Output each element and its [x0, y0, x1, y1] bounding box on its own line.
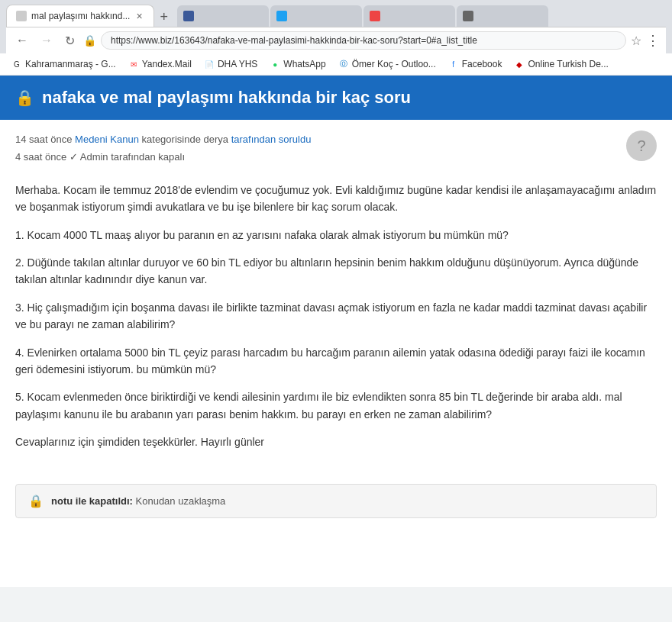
article-lock-icon: 🔒 — [15, 89, 34, 107]
article-question-1: 1. Kocam 4000 TL maaş alıyor bu paranın … — [15, 227, 657, 243]
bookmark-kahramanmaras-label: Kahramanmaraş - G... — [25, 59, 116, 69]
other-tab-1[interactable] — [177, 5, 269, 27]
article-closing: Cevaplarınız için şimdiden teşekkürler. … — [15, 433, 657, 450]
lock-icon: 🔒 — [83, 34, 96, 47]
bookmark-dha[interactable]: 📄 DHA YHS — [199, 56, 263, 72]
meta-closed-line: 4 saat önce ✓ Admin tarafından kapalı — [15, 148, 657, 166]
bookmark-kahramanmaras[interactable]: G Kahramanmaraş - G... — [6, 56, 121, 72]
tab-favicon — [16, 11, 27, 21]
article-question-5: 5. Kocam evlenmeden önce biriktirdiği ve… — [15, 388, 657, 423]
bookmark-online-label: Online Turkish De... — [528, 59, 608, 69]
meta-closed-time: 4 saat önce — [15, 151, 66, 163]
bookmark-dha-label: DHA YHS — [218, 59, 257, 69]
bookmark-yandex[interactable]: ✉ Yandex.Mail — [123, 56, 197, 72]
bookmark-whatsapp[interactable]: ● WhatsApp — [264, 56, 331, 72]
active-tab[interactable]: mal paylaşımı hakkınd... × — [6, 5, 154, 27]
bookmark-facebook-label: Facebook — [462, 59, 502, 69]
bookmark-facebook[interactable]: f Facebook — [443, 56, 508, 72]
other-tab-favicon-4 — [463, 11, 473, 21]
forward-button[interactable]: → — [37, 32, 57, 49]
article-question-3: 3. Hiç çalışmadığım için boşanma davası … — [15, 299, 657, 334]
tab-title: mal paylaşımı hakkınd... — [31, 11, 130, 21]
article-title: nafaka ve mal paylaşımı hakkında bir kaç… — [42, 88, 411, 108]
article-header: 🔒 nafaka ve mal paylaşımı hakkında bir k… — [0, 76, 672, 120]
other-tab-3[interactable] — [363, 5, 455, 27]
other-tabs — [177, 5, 548, 27]
meta-category-suffix: kategorisinde — [142, 134, 201, 145]
closed-note: 🔒 notu ile kapatıldı: Konudan uzaklaşma — [15, 484, 657, 518]
tab-bar-area: mal paylaşımı hakkınd... × + — [0, 0, 672, 53]
back-button[interactable]: ← — [12, 32, 32, 49]
bookmark-star-button[interactable]: ☆ — [631, 34, 641, 48]
bookmark-outlook[interactable]: Ⓞ Ömer Koç - Outloo... — [333, 56, 441, 72]
address-bar-row: ← → ↻ 🔒 ☆ ⋮ — [6, 27, 666, 53]
new-tab-button[interactable]: + — [154, 7, 175, 27]
article-meta: ? 14 saat önce Medeni Kanun kategorisind… — [0, 120, 672, 174]
bookmark-outlook-label: Ömer Koç - Outloo... — [352, 59, 436, 69]
meta-time-posted: 14 saat önce — [15, 134, 72, 145]
whatsapp-icon: ● — [270, 59, 280, 69]
tab-close-button[interactable]: × — [134, 10, 144, 22]
reload-button[interactable]: ↻ — [61, 32, 79, 50]
closed-note-bold-label: notu ile kapatıldı: — [51, 495, 133, 507]
closed-note-lock-icon: 🔒 — [28, 494, 44, 508]
closed-note-text: Konudan uzaklaşma — [136, 495, 226, 507]
bookmarks-bar: G Kahramanmaraş - G... ✉ Yandex.Mail 📄 D… — [0, 53, 672, 76]
article-body: Merhaba. Kocam ile temmuz 2018'de evlend… — [0, 174, 672, 477]
meta-posted-line: 14 saat önce Medeni Kanun kategorisinde … — [15, 131, 657, 148]
bookmark-facebook-icon: f — [448, 59, 459, 69]
bookmark-outlook-icon: Ⓞ — [338, 59, 349, 69]
meta-author: derya — [204, 134, 229, 145]
menu-button[interactable]: ⋮ — [646, 32, 660, 49]
other-tab-2[interactable] — [270, 5, 362, 27]
meta-category-link[interactable]: Medeni Kanun — [75, 134, 139, 145]
article-question-4: 4. Evlenirken ortalama 5000 bin TL çeyiz… — [15, 344, 657, 379]
closed-note-label: notu ile kapatıldı: Konudan uzaklaşma — [51, 495, 225, 507]
article-intro: Merhaba. Kocam ile temmuz 2018'de evlend… — [15, 182, 657, 216]
address-input[interactable] — [101, 31, 626, 50]
bookmark-whatsapp-label: WhatsApp — [283, 59, 325, 69]
page-content: 🔒 nafaka ve mal paylaşımı hakkında bir k… — [0, 76, 672, 587]
bookmark-online-icon: ◆ — [514, 59, 525, 69]
article-question-2: 2. Düğünde takılan altınlar duruyor ve 6… — [15, 254, 657, 288]
bookmark-google-icon: G — [11, 59, 22, 69]
bookmark-online-turkish[interactable]: ◆ Online Turkish De... — [509, 56, 613, 72]
other-tab-favicon-3 — [370, 11, 380, 21]
bookmark-yandex-label: Yandex.Mail — [142, 59, 192, 69]
bookmark-yandex-icon: ✉ — [128, 59, 139, 69]
meta-closed-label: Admin tarafından kapalı — [80, 151, 185, 163]
meta-author-action[interactable]: tarafından soruldu — [231, 134, 312, 145]
bookmark-dha-icon: 📄 — [204, 59, 215, 69]
browser-chrome: mal paylaşımı hakkınd... × + — [0, 0, 672, 76]
author-avatar: ? — [626, 131, 657, 161]
other-tab-favicon-1 — [183, 11, 194, 21]
meta-closed-icon: ✓ — [69, 151, 78, 163]
other-tab-4[interactable] — [457, 5, 548, 27]
other-tab-favicon-2 — [276, 11, 287, 21]
